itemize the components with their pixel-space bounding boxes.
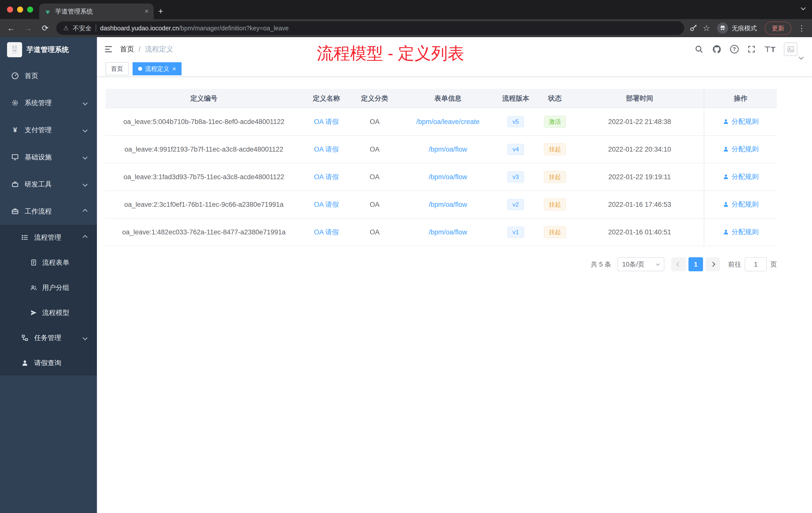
page-size-value: 10条/页: [622, 260, 644, 269]
sidebar: 芋道管理系统 首页 系统管理 ¥ 支付管理: [0, 37, 97, 513]
definition-name-link[interactable]: OA 请假: [314, 173, 339, 181]
sidebar-item-payment[interactable]: ¥ 支付管理: [0, 117, 97, 144]
tab-close-icon[interactable]: ×: [145, 7, 149, 15]
app-title: 芋道管理系统: [27, 45, 69, 55]
chevron-down-icon: [799, 55, 804, 60]
form-link[interactable]: /bpm/oa/flow: [429, 229, 467, 236]
github-icon[interactable]: [712, 44, 722, 54]
form-link[interactable]: /bpm/oa/flow: [429, 201, 467, 208]
bookmark-star-icon[interactable]: ☆: [703, 23, 710, 33]
sidebar-item-label: 流程模型: [42, 308, 69, 317]
new-tab-button[interactable]: +: [154, 4, 168, 18]
pagination: 共 5 条 10条/页 1 前往 页: [106, 257, 777, 271]
assign-rule-link[interactable]: 分配规则: [723, 228, 759, 236]
definition-category: OA: [350, 108, 399, 135]
fullscreen-icon[interactable]: [747, 45, 756, 54]
definition-name-link[interactable]: OA 请假: [314, 118, 339, 125]
deploy-time: 2022-01-22 20:34:10: [576, 135, 704, 163]
gear-icon: [11, 99, 19, 107]
monitor-icon: [11, 153, 19, 161]
tag-process-definition[interactable]: 流程定义 ×: [133, 62, 181, 75]
address-bar[interactable]: ⚠ 不安全 dashboard.yudao.iocoder.cn/bpm/man…: [56, 21, 684, 35]
dashboard-icon: [11, 72, 19, 80]
sidebar-item-home[interactable]: 首页: [0, 62, 97, 89]
help-icon[interactable]: ?: [730, 45, 739, 54]
zoom-window-button[interactable]: [27, 6, 33, 12]
sidebar-item-workflow[interactable]: 工作流程: [0, 198, 97, 225]
font-size-icon[interactable]: ⊤T: [764, 45, 775, 54]
definition-category: OA: [350, 135, 399, 163]
sidebar-item-label: 支付管理: [25, 125, 52, 134]
status-badge: 挂起: [544, 226, 566, 238]
assign-rule-link[interactable]: 分配规则: [723, 200, 759, 209]
assign-rule-link[interactable]: 分配规则: [723, 172, 759, 181]
col-category: 定义分类: [350, 89, 399, 108]
search-icon[interactable]: [695, 45, 703, 54]
sidebar-item-label: 用户分组: [42, 283, 69, 292]
forward-button[interactable]: →: [22, 24, 34, 33]
browser-tabstrip: 芋道管理系统 × +: [0, 0, 812, 19]
col-version: 流程版本: [497, 89, 534, 108]
definition-id: oa_leave:5:004b710b-7b8a-11ec-8ef0-acde4…: [106, 108, 302, 135]
chevron-down-icon: [656, 262, 660, 266]
definition-id: oa_leave:4:991f2193-7b7f-11ec-a3c8-acde4…: [106, 135, 302, 163]
col-definition-id: 定义编号: [106, 89, 302, 108]
col-status: 状态: [534, 89, 576, 108]
tag-close-icon[interactable]: ×: [172, 65, 176, 72]
breadcrumb-home[interactable]: 首页: [120, 44, 134, 54]
minimize-window-button[interactable]: [17, 6, 23, 12]
page-number-current[interactable]: 1: [689, 257, 703, 271]
reload-button[interactable]: ⟳: [39, 23, 51, 33]
tab-search-chevron-icon[interactable]: [801, 5, 806, 10]
incognito-badge: 无痕模式: [717, 23, 757, 34]
sidebar-item-system[interactable]: 系统管理: [0, 89, 97, 117]
close-window-button[interactable]: [7, 6, 13, 12]
sidebar-item-process-model[interactable]: 流程模型: [0, 300, 97, 325]
active-dot: [138, 67, 142, 71]
sidebar-item-process-form[interactable]: 流程表单: [0, 250, 97, 275]
page-size-select[interactable]: 10条/页: [617, 257, 664, 271]
browser-tab[interactable]: 芋道管理系统 ×: [39, 3, 154, 19]
status-badge: 激活: [544, 116, 566, 128]
assign-rule-link[interactable]: 分配规则: [723, 117, 759, 126]
workflow-submenu: 流程管理 流程表单 用户分组: [0, 225, 97, 375]
app-shell: 芋道管理系统 首页 系统管理 ¥ 支付管理: [0, 37, 812, 513]
tab-title: 芋道管理系统: [55, 7, 141, 16]
prev-page-button[interactable]: [671, 257, 686, 271]
goto-page-input[interactable]: [745, 257, 767, 271]
sidebar-item-process-mgmt[interactable]: 流程管理: [0, 225, 97, 250]
sidebar-item-label: 系统管理: [25, 98, 52, 108]
sidebar-logo: 芋道管理系统: [0, 37, 97, 62]
list-icon: [21, 234, 29, 241]
user-menu[interactable]: [784, 42, 803, 56]
assign-rule-link[interactable]: 分配规则: [723, 145, 759, 154]
sidebar-item-label: 工作流程: [25, 207, 52, 216]
screen: 芋道管理系统 × + ← → ⟳ ⚠ 不安全 dashboard.yudao.i…: [0, 0, 812, 513]
avatar: [784, 42, 798, 56]
users-icon: [30, 284, 37, 291]
form-link[interactable]: /bpm/oa/flow: [429, 146, 467, 153]
chevron-down-icon: [83, 155, 88, 160]
form-link[interactable]: /bpm/oa/leave/create: [416, 118, 480, 125]
page-content: 定义编号 定义名称 定义分类 表单信息 流程版本 状态 部署时间 操作 oa_l: [97, 77, 812, 271]
back-button[interactable]: ←: [5, 24, 17, 33]
key-icon[interactable]: [689, 24, 698, 32]
sidebar-item-infra[interactable]: 基础设施: [0, 144, 97, 171]
sidebar-item-task-mgmt[interactable]: 任务管理: [0, 325, 97, 350]
table-row: oa_leave:2:3c1f0ef1-76b1-11ec-9c66-a2380…: [106, 191, 777, 218]
definition-name-link[interactable]: OA 请假: [314, 146, 339, 153]
next-page-button[interactable]: [705, 257, 720, 271]
definition-name-link[interactable]: OA 请假: [314, 229, 339, 236]
chevron-right-icon: [710, 262, 715, 267]
collapse-sidebar-icon[interactable]: [104, 45, 113, 54]
sidebar-item-user-group[interactable]: 用户分组: [0, 275, 97, 300]
tag-home[interactable]: 首页: [106, 62, 128, 75]
sidebar-item-devtools[interactable]: 研发工具: [0, 171, 97, 198]
update-button[interactable]: 更新: [765, 22, 791, 35]
browser-menu-icon[interactable]: ⋮: [796, 24, 807, 33]
sidebar-item-leave-query[interactable]: 请假查询: [0, 350, 97, 375]
form-link[interactable]: /bpm/oa/flow: [429, 173, 467, 181]
definition-name-link[interactable]: OA 请假: [314, 201, 339, 208]
deploy-time: 2022-01-16 01:40:51: [576, 218, 704, 246]
deploy-time: 2022-01-22 21:48:38: [576, 108, 704, 135]
